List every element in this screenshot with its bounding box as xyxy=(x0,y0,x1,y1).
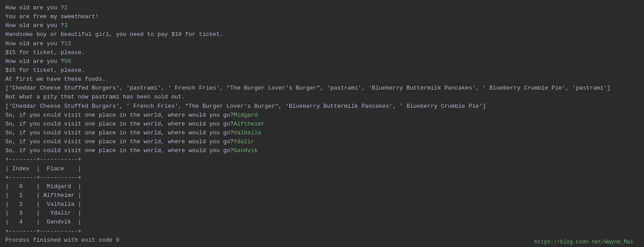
terminal-line: So, if you could visit one place in the … xyxy=(5,146,639,155)
terminal-line: So, if you could visit one place in the … xyxy=(5,111,639,120)
terminal-line: So, if you could visit one place in the … xyxy=(5,129,639,137)
terminal-line: +--------+-----------+ xyxy=(5,173,639,182)
terminal-line: How old are you ?2 xyxy=(5,4,639,12)
terminal-line: So, if you could visit one place in the … xyxy=(5,120,639,129)
terminal-line: But what a pity that now pastrami has be… xyxy=(5,93,639,102)
terminal-line: How old are you ?3 xyxy=(5,21,639,30)
terminal-line: So, if you could visit one place in the … xyxy=(5,137,639,146)
url-label: https://blog.csdn.net/Wayne_Mai xyxy=(535,239,633,245)
terminal-line: | 0 | Midgard | xyxy=(5,182,639,191)
terminal-line: | 3 | Ydalir | xyxy=(5,209,639,218)
terminal-line: | 4 | Gandvik | xyxy=(5,218,639,227)
terminal-window: How old are you ?2You are free my sweeth… xyxy=(5,4,639,247)
terminal-line: Handsome boy or beautiful girl, you need… xyxy=(5,30,639,39)
terminal-line: | 1 | Alftheimr | xyxy=(5,191,639,200)
terminal-line: You are free my sweetheart! xyxy=(5,12,639,21)
terminal-line: ['Cheddar Cheese Stuffed Burgers', 'past… xyxy=(5,84,639,93)
terminal-line: ['Cheddar Cheese Stuffed Burgers', ' Fre… xyxy=(5,102,639,111)
terminal-line: $15 for ticket, please. xyxy=(5,66,639,75)
terminal-line: $15 for ticket, please. xyxy=(5,48,639,57)
terminal-line: | Index | Place | xyxy=(5,165,639,173)
terminal-line: At first we have these foods. xyxy=(5,75,639,84)
terminal-line: | 2 | Valhalla | xyxy=(5,200,639,209)
terminal-line: How old are you ?13 xyxy=(5,39,639,48)
terminal-line: How old are you ?50 xyxy=(5,57,639,66)
terminal-line: +--------+-----------+ xyxy=(5,227,639,236)
terminal-line: +--------+-----------+ xyxy=(5,155,639,164)
